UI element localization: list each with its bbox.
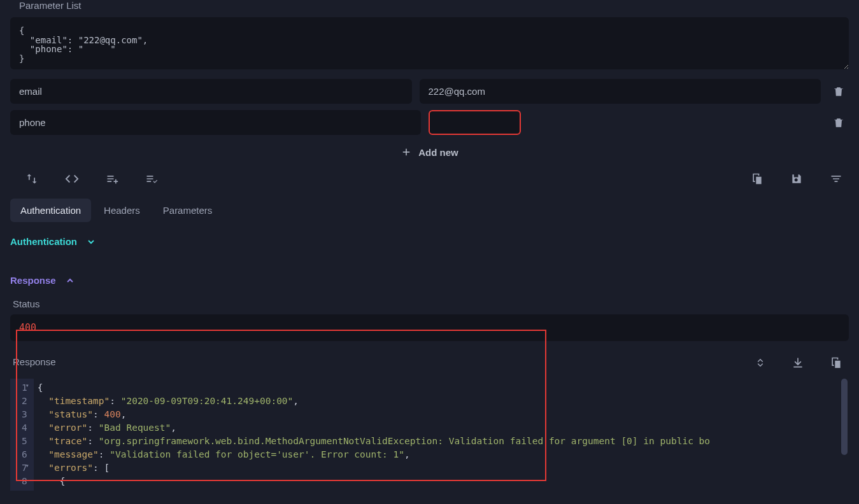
tab-headers[interactable]: Headers xyxy=(94,199,150,222)
trash-icon[interactable] xyxy=(828,81,849,102)
param-row-0 xyxy=(10,79,849,104)
add-new-button[interactable]: Add new xyxy=(10,141,849,167)
status-label: Status xyxy=(10,295,849,314)
save-icon[interactable] xyxy=(790,172,803,185)
tab-parameters[interactable]: Parameters xyxy=(153,199,223,222)
response-title: Response xyxy=(10,275,56,286)
param-key-input[interactable] xyxy=(10,79,412,104)
response-section-header[interactable]: Response xyxy=(10,269,849,295)
check-list-icon[interactable] xyxy=(145,172,158,186)
sort-icon[interactable] xyxy=(25,172,38,186)
copy-response-icon[interactable] xyxy=(830,356,842,369)
download-icon[interactable] xyxy=(792,356,804,369)
param-value-input[interactable] xyxy=(420,79,821,104)
parameter-json-textarea[interactable] xyxy=(10,17,849,69)
add-new-label: Add new xyxy=(418,147,458,158)
param-key-input[interactable] xyxy=(10,110,421,135)
response-code-editor[interactable]: 12345678 { "timestamp": "2020-09-09T09:2… xyxy=(10,379,849,491)
code-scrollbar[interactable] xyxy=(841,379,848,455)
chevron-down-icon xyxy=(86,237,96,247)
parameter-list-label: Parameter List xyxy=(10,0,849,11)
copy-icon[interactable] xyxy=(751,172,763,185)
param-row-1 xyxy=(10,110,849,135)
authentication-section-header[interactable]: Authentication xyxy=(10,230,849,256)
tab-bar: Authentication Headers Parameters xyxy=(10,199,849,222)
chevron-up-icon xyxy=(65,276,75,286)
trash-icon[interactable] xyxy=(828,113,849,133)
code-icon[interactable] xyxy=(65,172,79,186)
authentication-title: Authentication xyxy=(10,236,77,247)
response-body-label: Response xyxy=(10,353,59,372)
plus-icon xyxy=(401,146,412,158)
add-list-icon[interactable] xyxy=(106,172,118,186)
format-icon[interactable] xyxy=(830,172,842,185)
expand-icon[interactable] xyxy=(755,356,766,369)
param-value-input[interactable] xyxy=(429,110,521,135)
status-value: 400 xyxy=(10,314,849,341)
param-toolbar xyxy=(10,167,849,196)
tab-authentication[interactable]: Authentication xyxy=(10,199,91,222)
